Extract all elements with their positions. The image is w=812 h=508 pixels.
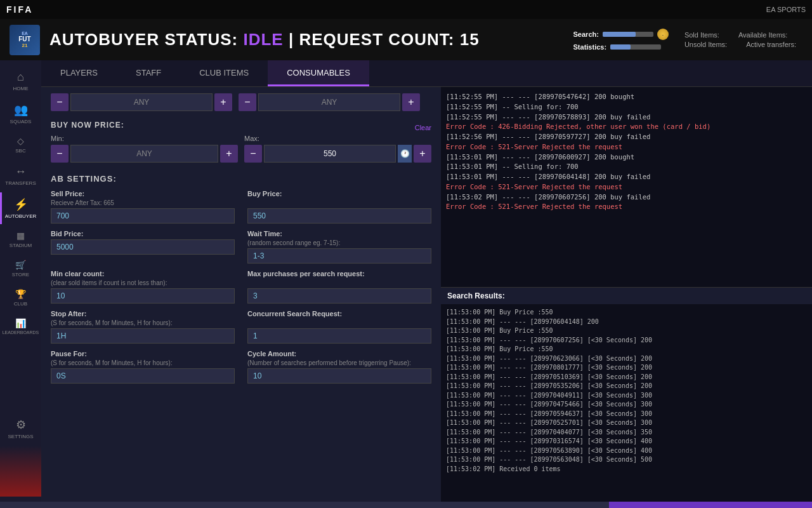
stop-button[interactable]: Stop [203, 502, 406, 508]
max-purchases-input[interactable] [247, 288, 431, 304]
tab-staff[interactable]: STAFF [117, 60, 180, 86]
min-plus-btn[interactable]: + [220, 145, 238, 163]
log-entry: [11:52:55 PM] --- --- [289970547642] 200… [446, 92, 807, 102]
leaderboards-icon: 📊 [15, 318, 26, 328]
max-purchases-setting: Max purchases per search request: [247, 270, 431, 304]
sidebar-item-leaderboards[interactable]: 📊 LEADERBOARDS [0, 313, 41, 340]
sidebar-item-sbc[interactable]: ◇ SBC [0, 131, 41, 159]
available-items-label: Available Items: [738, 31, 787, 39]
filter-group-2: − + [239, 93, 420, 111]
stop-after-label: Stop After: [51, 310, 235, 318]
tab-players[interactable]: PLAYERS [41, 60, 117, 86]
min-clear-sublabel: (clear sold items if count is not less t… [51, 279, 235, 286]
filter1-minus[interactable]: − [51, 93, 69, 111]
max-plus-btn[interactable]: + [414, 145, 431, 163]
clear-buy-now-link[interactable]: Clear [415, 124, 431, 131]
search-log-entry: [11:53:00 PM] --- --- [289970404911] [<3… [446, 391, 807, 401]
sidebar-label-transfers: TRANSFERS [5, 180, 36, 186]
clear-log-button[interactable]: Clear Log [406, 502, 609, 508]
search-log-entry: [11:53:00 PM] --- --- [289970604148] 200 [446, 318, 807, 327]
sidebar-item-transfers[interactable]: ↔ TRANSFERS [0, 160, 41, 191]
sidebar-item-stadium[interactable]: ▦ STADIUM [0, 225, 41, 253]
pause-for-input[interactable] [51, 368, 235, 384]
log-entry: Error Code : 426-Bidding Rejected, other… [446, 122, 807, 132]
search-log-entry: [11:53:00 PM] --- --- [289970594637] [<3… [446, 410, 807, 419]
sidebar-item-settings[interactable]: ⚙ SETTINGS [0, 413, 41, 444]
filter-group-1: − + [51, 93, 232, 111]
coin-icon: - [657, 29, 669, 40]
min-price-input[interactable] [70, 145, 218, 163]
sidebar-label-sbc: SBC [15, 148, 25, 154]
stop-after-setting: Stop After: (S for seconds, M for Minute… [51, 310, 235, 344]
filter2-plus[interactable]: + [402, 93, 420, 111]
concurrent-search-label: Concurrent Search Request: [247, 310, 431, 318]
stadium-icon: ▦ [16, 231, 25, 241]
home-icon: ⌂ [17, 70, 24, 84]
sold-items-label: Sold Items: [684, 31, 719, 39]
filter1-plus[interactable]: + [214, 93, 232, 111]
sidebar-label-squads: SQUADS [10, 119, 32, 124]
sidebar-item-club[interactable]: 🏆 CLUB [0, 284, 41, 312]
store-icon: 🛒 [15, 260, 26, 270]
search-label: Search: [573, 30, 599, 38]
max-minus-btn[interactable]: − [244, 145, 262, 163]
sidebar-item-squads[interactable]: 👥 SQUADS [0, 98, 41, 130]
max-group: Max: − 🕐 + [244, 135, 431, 163]
search-log-entry: [11:53:00 PM] --- --- [289970404077] [<3… [446, 428, 807, 438]
content-area: PLAYERS STAFF CLUB ITEMS CONSUMABLES − +… [41, 60, 812, 502]
pause-for-sublabel: (S for seconds, M for Minutes, H for hou… [51, 359, 235, 366]
filter-row: − + − + [41, 87, 441, 117]
sidebar: ⌂ HOME 👥 SQUADS ◇ SBC ↔ TRANSFERS ⚡ AUTO… [0, 60, 41, 502]
min-clear-label: Min clear count: [51, 270, 235, 277]
status-title: AUTOBUYER STATUS: IDLE | REQUEST COUNT: … [49, 30, 564, 50]
sidebar-label-settings: SETTINGS [8, 434, 33, 439]
sell-price-input[interactable] [51, 208, 235, 224]
sidebar-item-store[interactable]: 🛒 STORE [0, 255, 41, 283]
log-entry: [11:53:01 PM] -- Selling for: 700 [446, 162, 807, 172]
sidebar-deco [0, 446, 41, 497]
header-stats: Sold Items: Available Items: Unsold Item… [684, 31, 802, 48]
cycle-amount-input[interactable] [247, 368, 431, 384]
search-button[interactable]: Search [609, 502, 812, 508]
sell-price-label: Sell Price: [51, 190, 235, 197]
search-log-entry: [11:53:00 PM] Buy Price :550 [446, 326, 807, 336]
sidebar-item-autobuyer[interactable]: ⚡ AUTOBUYER [0, 192, 41, 224]
filter1-input[interactable] [70, 93, 213, 111]
search-log-entry: [11:53:00 PM] Buy Price :550 [446, 308, 807, 318]
sidebar-label-store: STORE [12, 272, 29, 277]
active-transfers-label: Active transfers: [746, 41, 796, 48]
wait-time-input[interactable] [247, 248, 431, 264]
buy-price-input[interactable] [247, 208, 431, 224]
max-price-input[interactable] [264, 145, 396, 163]
sidebar-item-home[interactable]: ⌂ HOME [0, 65, 41, 97]
club-icon: 🏆 [15, 289, 26, 299]
bid-price-input[interactable] [51, 239, 235, 255]
min-clear-input[interactable] [51, 288, 235, 304]
search-log-entry: [11:53:00 PM] --- --- [289970475466] [<3… [446, 400, 807, 410]
min-minus-btn[interactable]: − [51, 145, 69, 163]
tab-consumables[interactable]: CONSUMABLES [268, 60, 369, 86]
concurrent-search-setting: Concurrent Search Request: [247, 310, 431, 344]
bid-price-setting: Bid Price: [51, 230, 235, 264]
search-log-entry: [11:53:00 PM] --- --- [289970623066] [<3… [446, 354, 807, 364]
stop-after-sublabel: (S for seconds, M for Minutes, H for hou… [51, 319, 235, 326]
header: EA FUT 21 AUTOBUYER STATUS: IDLE | REQUE… [0, 19, 812, 60]
tab-club-items[interactable]: CLUB ITEMS [180, 60, 268, 86]
main-layout: ⌂ HOME 👥 SQUADS ◇ SBC ↔ TRANSFERS ⚡ AUTO… [0, 60, 812, 502]
sidebar-label-leaderboards: LEADERBOARDS [3, 330, 39, 335]
filter2-input[interactable] [258, 93, 400, 111]
buy-price-label: Buy Price: [247, 190, 431, 197]
log-entry: Error Code : 521-Server Rejected the req… [446, 182, 807, 192]
concurrent-search-input[interactable] [247, 328, 431, 344]
search-log-entry: [11:53:00 PM] --- --- [289970535206] [<3… [446, 382, 807, 391]
sidebar-label-home: HOME [13, 86, 29, 91]
cycle-amount-sublabel: (Number of searches performed before tri… [247, 359, 431, 366]
stop-after-input[interactable] [51, 328, 235, 344]
reset-button[interactable]: Reset [0, 502, 203, 508]
search-log-entry: [11:53:00 PM] --- --- [289970563890] [<3… [446, 446, 807, 456]
clock-icon-btn[interactable]: 🕐 [398, 145, 412, 163]
buy-price-setting: Buy Price: [247, 190, 431, 224]
filter2-minus[interactable]: − [239, 93, 256, 111]
buy-now-title: BUY NOW PRICE: [51, 121, 124, 130]
wait-time-sublabel: (random second range eg. 7-15): [247, 239, 431, 246]
